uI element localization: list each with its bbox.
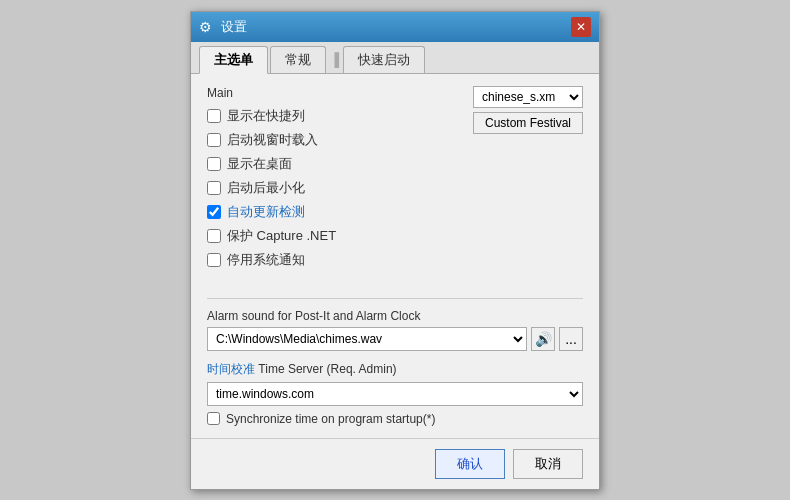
alarm-section: Alarm sound for Post-It and Alarm Clock … [207,298,583,351]
title-bar-left: ⚙ 设置 [199,18,247,36]
disable-notify-checkbox[interactable] [207,253,221,267]
time-server-row: time.windows.com [207,382,583,406]
minimize-on-start-checkbox[interactable] [207,181,221,195]
checkbox-row-minimize: 启动后最小化 [207,178,465,198]
sync-row: Synchronize time on program startup(*) [207,412,583,426]
settings-dialog: ⚙ 设置 ✕ 主选单 常规 ▐ 快速启动 Main 显示在快捷列 启动视窗时载入 [190,11,600,490]
time-server-label-en-text: Time Server (Req. Admin) [258,362,396,376]
time-server-label-cn: 时间校准 [207,362,255,376]
close-button[interactable]: ✕ [571,17,591,37]
dialog-content: Main 显示在快捷列 启动视窗时载入 显示在桌面 启动后最小化 [191,74,599,438]
auto-update-label: 自动更新检测 [227,203,305,221]
checkbox-row-show-desktop: 显示在桌面 [207,154,465,174]
bottom-bar: 确认 取消 [191,438,599,489]
show-desktop-checkbox[interactable] [207,157,221,171]
checkbox-row-auto-update: 自动更新检测 [207,202,465,222]
title-bar: ⚙ 设置 ✕ [191,12,599,42]
speaker-icon: 🔊 [535,331,552,347]
time-server-select[interactable]: time.windows.com [207,382,583,406]
tab-bar: 主选单 常规 ▐ 快速启动 [191,42,599,74]
alarm-sound-play-button[interactable]: 🔊 [531,327,555,351]
tab-general[interactable]: 常规 [270,46,326,73]
show-desktop-label: 显示在桌面 [227,155,292,173]
sync-on-startup-checkbox[interactable] [207,412,220,425]
show-quickbar-label: 显示在快捷列 [227,107,305,125]
settings-icon: ⚙ [199,19,215,35]
checkboxes-column: Main 显示在快捷列 启动视窗时载入 显示在桌面 启动后最小化 [207,86,465,274]
time-server-section: 时间校准 Time Server (Req. Admin) time.windo… [207,361,583,426]
alarm-row: C:\Windows\Media\chimes.wav 🔊 ... [207,327,583,351]
alarm-section-label: Alarm sound for Post-It and Alarm Clock [207,309,583,323]
alarm-sound-browse-button[interactable]: ... [559,327,583,351]
auto-update-checkbox[interactable] [207,205,221,219]
custom-festival-button[interactable]: Custom Festival [473,112,583,134]
right-controls: chinese_s.xm english japanese Custom Fes… [473,86,583,134]
disable-notify-label: 停用系统通知 [227,251,305,269]
sync-on-startup-label: Synchronize time on program startup(*) [226,412,435,426]
auto-load-view-label: 启动视窗时载入 [227,131,318,149]
show-quickbar-checkbox[interactable] [207,109,221,123]
alarm-sound-select[interactable]: C:\Windows\Media\chimes.wav [207,327,527,351]
tab-main-menu[interactable]: 主选单 [199,46,268,74]
protect-capture-checkbox[interactable] [207,229,221,243]
tab-quick-start[interactable]: 快速启动 [343,46,425,73]
minimize-on-start-label: 启动后最小化 [227,179,305,197]
main-section-label: Main [207,86,465,100]
language-select[interactable]: chinese_s.xm english japanese [473,86,583,108]
checkbox-row-show-quickbar: 显示在快捷列 [207,106,465,126]
checkbox-row-disable-notify: 停用系统通知 [207,250,465,270]
checkbox-row-protect-capture: 保护 Capture .NET [207,226,465,246]
dialog-title: 设置 [221,18,247,36]
time-server-label: 时间校准 Time Server (Req. Admin) [207,361,583,378]
confirm-button[interactable]: 确认 [435,449,505,479]
tab-divider: ▐ [328,46,341,73]
main-top-row: Main 显示在快捷列 启动视窗时载入 显示在桌面 启动后最小化 [207,86,583,274]
protect-capture-label: 保护 Capture .NET [227,227,336,245]
cancel-button[interactable]: 取消 [513,449,583,479]
checkbox-row-auto-load: 启动视窗时载入 [207,130,465,150]
auto-load-view-checkbox[interactable] [207,133,221,147]
